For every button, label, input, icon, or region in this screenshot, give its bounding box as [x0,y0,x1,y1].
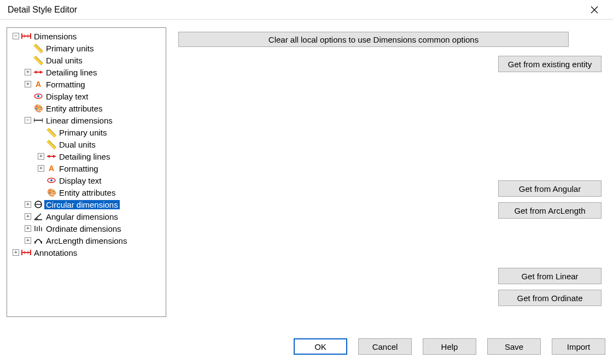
tree-label: Linear dimensions [44,116,114,125]
tree-label: Entity attributes [44,104,104,113]
tree-label: Primary units [44,44,96,53]
expand-icon[interactable]: + [25,213,31,220]
titlebar: Detail Style Editor [0,0,613,20]
tree-label: Primary units [57,128,109,137]
tree-item-linear-formatting[interactable]: + A Formatting [9,162,165,174]
expand-icon[interactable]: + [13,249,19,256]
tree-label: Detailing lines [57,152,112,161]
expand-icon[interactable]: + [25,81,31,87]
dimensions-icon [21,31,31,41]
close-icon[interactable] [583,2,605,18]
angular-icon [33,212,43,221]
ordinate-icon [33,224,43,233]
get-from-angular-button[interactable]: Get from Angular [498,180,602,197]
tree-item-entity-attributes[interactable]: 🎨 Entity attributes [9,102,165,114]
tree-label: Formatting [57,164,100,173]
svg-point-11 [37,95,39,97]
linear-icon [33,115,43,125]
bottom-bar: OK Cancel Help Save Import [0,332,613,364]
svg-marker-8 [34,71,37,74]
tree-panel[interactable]: − Dimensions 📏 Primary units 📏 [7,27,166,317]
tree-label-selected: Circular dimensions [44,200,120,209]
expand-icon[interactable]: + [38,165,44,172]
tree-item-linear-dual-units[interactable]: 📏 Dual units [9,138,165,150]
tree-label: ArcLength dimensions [44,236,129,245]
ok-button[interactable]: OK [294,338,347,355]
tree-item-display-text[interactable]: Display text [9,90,165,102]
tree-item-dual-units[interactable]: 📏 Dual units [9,54,165,66]
tree-item-linear-display-text[interactable]: Display text [9,174,165,186]
display-icon [33,91,43,101]
tree-item-formatting[interactable]: + A Formatting [9,78,165,90]
help-button[interactable]: Help [423,338,476,355]
ruler-icon: 📏 [46,127,56,137]
display-icon [46,175,56,185]
get-from-linear-button[interactable]: Get from Linear [498,268,602,284]
tree-item-detailing-lines[interactable]: + Detailing lines [9,66,165,78]
tree-label: Detailing lines [44,68,98,77]
svg-marker-17 [53,155,56,158]
svg-line-23 [34,214,41,220]
cancel-button[interactable]: Cancel [358,338,412,355]
svg-marker-16 [47,155,50,158]
tree-item-annotations[interactable]: + Annotations [9,246,165,259]
tree-label: Annotations [32,248,79,257]
collapse-icon[interactable]: − [25,117,31,124]
ruler-icon: 📏 [46,139,56,149]
palette-icon: 🎨 [33,103,43,113]
import-button[interactable]: Import [552,338,605,355]
tree-item-linear-dimensions[interactable]: − Linear dimensions [9,114,165,126]
formatting-icon: A [33,79,43,89]
expand-icon[interactable]: + [25,225,31,232]
tree-label: Dimensions [32,32,78,41]
tree-item-dimensions[interactable]: − Dimensions [9,30,165,42]
get-from-existing-button[interactable]: Get from existing entity [498,56,602,72]
tree-item-linear-detailing-lines[interactable]: + Detailing lines [9,150,165,162]
detailing-icon [33,67,43,77]
tree-item-arclength-dimensions[interactable]: + ArcLength dimensions [9,234,165,246]
save-button[interactable]: Save [487,338,541,355]
palette-icon: 🎨 [46,187,56,197]
circular-icon [33,199,43,209]
expand-icon[interactable]: + [25,201,31,208]
tree-label: Angular dimensions [44,212,120,221]
svg-marker-9 [40,71,43,74]
tree-label: Dual units [44,56,84,65]
expand-icon[interactable]: + [38,153,44,160]
tree-label: Formatting [44,80,87,89]
expand-icon[interactable]: + [25,237,31,244]
ruler-icon: 📏 [33,43,43,53]
right-panel: Clear all local options to use Dimension… [178,27,606,326]
clear-options-button[interactable]: Clear all local options to use Dimension… [178,32,569,47]
expand-icon[interactable]: + [25,69,31,75]
formatting-icon: A [46,163,56,173]
tree-label: Ordinate dimensions [44,224,123,233]
tree-item-angular-dimensions[interactable]: + Angular dimensions [9,210,165,222]
tree-item-linear-primary-units[interactable]: 📏 Primary units [9,126,165,138]
tree-label: Entity attributes [57,188,117,197]
get-from-ordinate-button[interactable]: Get from Ordinate [498,290,602,306]
collapse-icon[interactable]: − [13,33,19,39]
tree-label: Display text [57,176,103,185]
arclength-icon [33,236,43,245]
tree-label: Dual units [57,140,97,149]
svg-point-19 [50,179,52,181]
tree-item-circular-dimensions[interactable]: + Circular dimensions [9,198,165,210]
tree-item-primary-units[interactable]: 📏 Primary units [9,42,165,54]
annotations-icon [21,248,31,257]
ruler-icon: 📏 [33,55,43,65]
tree-item-linear-entity-attributes[interactable]: 🎨 Entity attributes [9,186,165,198]
detailing-icon [46,151,56,161]
tree-label: Display text [44,92,90,101]
get-from-arclength-button[interactable]: Get from ArcLength [498,202,602,219]
tree-item-ordinate-dimensions[interactable]: + Ordinate dimensions [9,222,165,234]
window-title: Detail Style Editor [8,5,77,15]
